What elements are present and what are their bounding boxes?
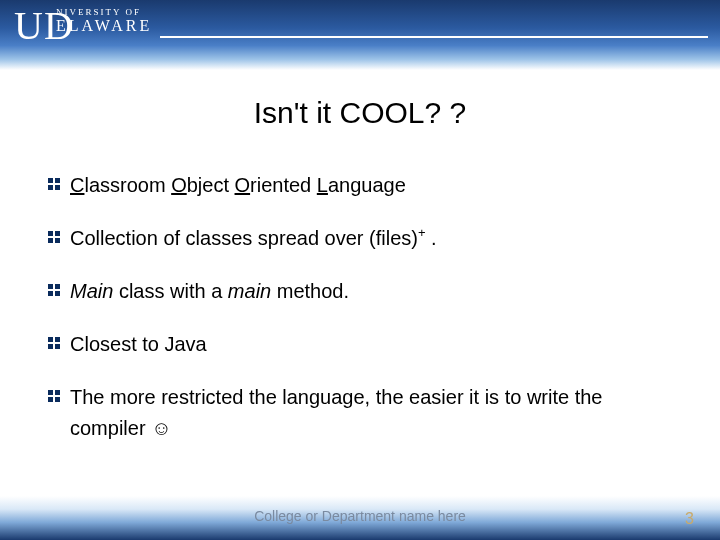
bullet-icon (48, 178, 60, 190)
bullet-item: Collection of classes spread over (files… (48, 223, 672, 254)
slide-title: Isn't it COOL? ? (0, 96, 720, 130)
bullet-item: Closest to Java (48, 329, 672, 360)
footer-department: College or Department name here (0, 508, 720, 524)
bullet-text: Main class with a main method. (70, 276, 349, 307)
logo-line-1: NIVERSITY OF (56, 8, 152, 17)
slide-footer: College or Department name here 3 (0, 496, 720, 540)
bullet-text: The more restricted the language, the ea… (70, 382, 672, 444)
bullet-item: The more restricted the language, the ea… (48, 382, 672, 444)
bullet-icon (48, 231, 60, 243)
bullet-text: Collection of classes spread over (files… (70, 223, 437, 254)
bullet-item: Main class with a main method. (48, 276, 672, 307)
bullet-item: Classroom Object Oriented Language (48, 170, 672, 201)
bullet-icon (48, 337, 60, 349)
university-logo-text: NIVERSITY OF ELAWARE (34, 8, 152, 34)
header-divider (160, 36, 708, 38)
bullet-text: Classroom Object Oriented Language (70, 170, 406, 201)
bullet-text: Closest to Java (70, 329, 207, 360)
bullet-icon (48, 284, 60, 296)
slide-header: UD NIVERSITY OF ELAWARE (0, 0, 720, 70)
bullet-icon (48, 390, 60, 402)
page-number: 3 (685, 510, 694, 528)
logo-line-2: ELAWARE (56, 18, 152, 34)
slide-content: Classroom Object Oriented Language Colle… (48, 170, 672, 444)
